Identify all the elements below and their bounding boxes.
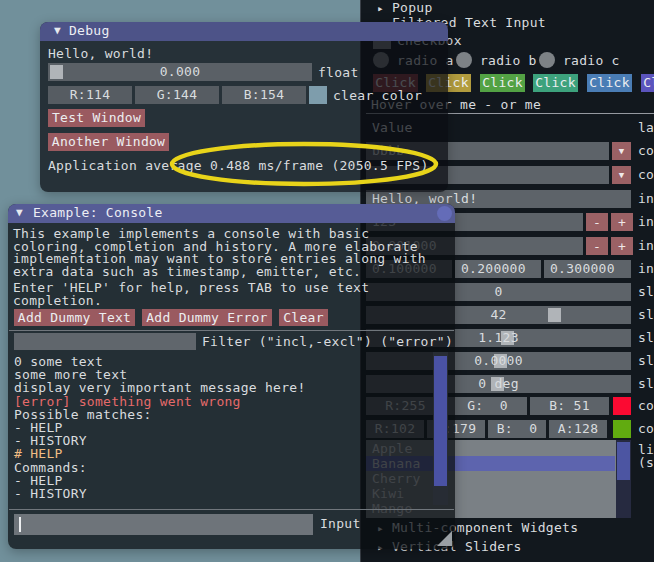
window-title: Example: Console	[33, 206, 163, 220]
combo-arrow-button[interactable]: ▼	[612, 166, 631, 184]
filter-input[interactable]	[14, 333, 196, 350]
console-window: ▼ Example: Console This example implemen…	[8, 204, 455, 549]
combo-2-label: co	[638, 168, 654, 182]
float-slider-label: float	[318, 66, 358, 80]
click-button-3[interactable]: Click	[480, 74, 525, 92]
radio-b-label: radio b	[480, 54, 537, 68]
slider-grab[interactable]	[548, 308, 561, 322]
clear-color-swatch[interactable]	[309, 86, 327, 104]
debug-window: ▼ Debug Hello, world! 0.000 float R:114 …	[40, 22, 448, 192]
input-float3-z[interactable]: 0.300000	[544, 260, 631, 278]
clear-color-label: clear color	[333, 89, 422, 103]
click-button-5[interactable]: Click	[587, 74, 632, 92]
color3-label: co	[638, 399, 654, 413]
minus-button[interactable]: -	[586, 213, 608, 231]
resize-grip[interactable]	[437, 531, 452, 546]
console-scrollbar[interactable]	[433, 352, 448, 505]
input-text-label: in	[638, 192, 654, 206]
add-dummy-error-button[interactable]: Add Dummy Error	[142, 309, 272, 326]
chevron-down-icon: ▼	[619, 146, 625, 156]
separator	[9, 330, 454, 331]
radio-c[interactable]	[539, 52, 555, 68]
console-input-label: Input	[320, 517, 360, 531]
collapse-arrow-icon[interactable]: ▼	[54, 24, 61, 37]
console-input[interactable]	[14, 514, 313, 535]
separator	[9, 509, 454, 510]
minus-button[interactable]: -	[586, 237, 608, 255]
console-log: 0 some text some more text display very …	[8, 352, 455, 505]
collapse-arrow-icon[interactable]: ▼	[16, 206, 23, 219]
console-description: extra data such as timestamp, emitter, e…	[13, 265, 361, 279]
color3-g-field[interactable]: G: 0	[448, 397, 527, 415]
chevron-right-icon: ▸	[377, 2, 384, 15]
input-float-label: in	[638, 239, 654, 253]
console-titlebar[interactable]: ▼ Example: Console	[8, 204, 455, 223]
slider-label: sl	[638, 308, 654, 322]
slider-grab[interactable]	[50, 65, 63, 79]
slider-label: sl	[638, 354, 654, 368]
input-int-label: in	[638, 215, 654, 229]
color4-swatch[interactable]	[613, 420, 631, 438]
color3-swatch[interactable]	[613, 397, 631, 415]
combo-arrow-button[interactable]: ▼	[612, 142, 631, 160]
color4-a-field[interactable]: A:128	[549, 420, 607, 438]
console-help-text: completion.	[13, 294, 102, 308]
window-title: Debug	[69, 24, 109, 38]
scrollbar-grab[interactable]	[617, 442, 630, 480]
log-line: - HISTORY	[14, 487, 87, 501]
debug-titlebar[interactable]: ▼ Debug	[40, 22, 448, 41]
scrollbar-grab[interactable]	[434, 356, 447, 486]
color4-b-field[interactable]: B: 0	[488, 420, 546, 438]
clear-color-g-field[interactable]: G:144	[135, 86, 219, 104]
hello-world-text: Hello, world!	[48, 47, 153, 61]
clear-button[interactable]: Clear	[279, 309, 328, 326]
add-dummy-text-button[interactable]: Add Dummy Text	[14, 309, 135, 326]
radio-b[interactable]	[456, 52, 472, 68]
float-slider[interactable]: 0.000	[48, 63, 312, 81]
label-text-label: la	[638, 121, 654, 135]
color3-b-field[interactable]: B: 51	[530, 397, 609, 415]
chevron-down-icon: ▼	[619, 170, 625, 180]
close-button[interactable]	[437, 206, 452, 221]
listbox-label: (s	[638, 456, 654, 470]
tree-node-label: Popup	[392, 1, 432, 15]
input-float3-label: in	[638, 262, 654, 276]
slider-label: sl	[638, 285, 654, 299]
screen: ▸ Popup ▸ Filtered Text Input checkbox r…	[0, 0, 654, 562]
radio-c-label: radio c	[563, 54, 620, 68]
listbox-scrollbar[interactable]	[616, 440, 631, 518]
slider-label: sl	[638, 377, 654, 391]
fps-stats-text: Application average 0.488 ms/frame (2050…	[48, 159, 429, 173]
filter-label: Filter ("incl,-excl") ("error")	[202, 335, 453, 349]
tree-node-popup[interactable]: ▸ Popup	[377, 0, 433, 15]
another-window-button[interactable]: Another Window	[48, 133, 169, 151]
test-window-button[interactable]: Test Window	[48, 109, 145, 127]
plus-button[interactable]: +	[611, 213, 633, 231]
input-float3-y[interactable]: 0.200000	[455, 260, 541, 278]
combo-label: co	[638, 144, 654, 158]
slider-label: sl	[638, 331, 654, 345]
clear-color-b-field[interactable]: B:154	[222, 86, 306, 104]
clear-color-r-field[interactable]: R:114	[48, 86, 132, 104]
click-button-6[interactable]: Click	[641, 74, 654, 92]
click-button-4[interactable]: Click	[533, 74, 578, 92]
text-cursor	[19, 517, 21, 532]
color4-label: co	[638, 422, 654, 436]
plus-button[interactable]: +	[611, 237, 633, 255]
tree-node-partial[interactable]: ▸	[377, 557, 384, 562]
